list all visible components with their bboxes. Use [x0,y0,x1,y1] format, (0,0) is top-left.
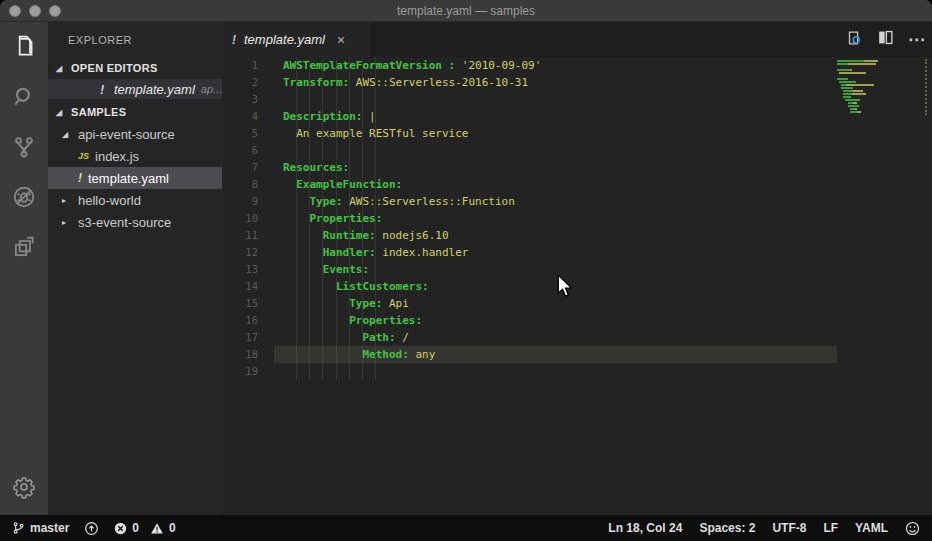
overview-ruler [925,59,927,115]
minimap-token [853,102,857,104]
yaml-value-token: AWS::Serverless::Function [343,195,515,208]
line-number: 17 [222,329,258,346]
sidebar-title: EXPLORER [48,22,222,57]
tree-item-template-yaml[interactable]: ! template.yaml [48,167,222,189]
code-line[interactable]: AWSTemplateFormatVersion : '2010-09-09' [283,57,837,74]
yaml-key-token: Runtime: [323,229,376,242]
tree-item-api-event-source[interactable]: ◢ api-event-source [48,123,222,145]
tree-item-hello-world[interactable]: ▸ hello-world [48,189,222,211]
modified-file-icon: ! [232,33,236,47]
code-line[interactable]: Handler: index.handler [283,244,837,261]
open-editor-path-detail: ap... [201,83,222,95]
minimize-window-icon[interactable] [29,5,41,17]
minimap[interactable] [837,60,917,117]
status-bar: master 0 0 Ln 18, Col 24 Spaces: 2 UTF-8… [0,515,932,541]
close-tab-icon[interactable]: × [337,32,345,48]
explorer-icon[interactable] [0,22,48,72]
line-number: 18 [222,346,258,363]
samples-section-header[interactable]: ◢ SAMPLES [48,101,222,123]
code-line[interactable]: ExampleFunction: [283,176,837,193]
minimap-token [855,108,857,110]
minimap-token [837,99,845,101]
minimap-token [850,111,857,113]
code-line[interactable]: Description: | [283,108,837,125]
vscode-window: template.yaml — samples [0,0,932,541]
open-preview-icon[interactable] [845,29,863,51]
whitespace-token [283,246,323,259]
yaml-value-token: Api [382,297,409,310]
minimap-token [846,84,873,86]
activity-bar [0,22,48,515]
error-count: 0 [132,521,139,535]
line-number: 14 [222,278,258,295]
eol-setting[interactable]: LF [823,521,838,535]
code-line[interactable]: Properties: [283,210,837,227]
line-number: 4 [222,108,258,125]
code-line[interactable]: Properties: [283,312,837,329]
whitespace-token [283,263,323,276]
indentation-setting[interactable]: Spaces: 2 [699,521,755,535]
more-actions-icon[interactable]: ⋯ [908,29,926,50]
zoom-window-icon[interactable] [49,5,61,17]
open-editor-item-template-yaml[interactable]: ! template.yaml ap... [48,79,222,99]
problems-status[interactable]: 0 0 [114,521,175,535]
source-control-icon[interactable] [0,122,48,172]
cursor-position[interactable]: Ln 18, Col 24 [608,521,682,535]
open-editors-label: OPEN EDITORS [71,62,158,74]
code-line[interactable] [283,363,837,380]
tree-item-index-js[interactable]: JS index.js [48,145,222,167]
line-number: 5 [222,125,258,142]
minimap-token [857,111,861,113]
line-number: 6 [222,142,258,159]
code-line[interactable]: Path: / [283,329,837,346]
line-number: 1 [222,57,258,74]
tab-template-yaml[interactable]: ! template.yaml × [222,22,372,57]
javascript-file-icon: JS [78,151,89,161]
encoding-setting[interactable]: UTF-8 [772,521,806,535]
extensions-icon[interactable] [0,222,48,272]
language-mode[interactable]: YAML [855,521,888,535]
line-number: 13 [222,261,258,278]
window-title: template.yaml — samples [0,0,932,22]
code-line[interactable]: Transform: AWS::Serverless-2016-10-31 [283,74,837,91]
minimap-token [837,105,848,107]
yaml-key-token: Resources: [283,161,349,174]
search-icon[interactable] [0,72,48,122]
open-editor-filename: template.yaml [114,82,195,97]
line-number: 7 [222,159,258,176]
minimap-token [837,60,864,62]
line-number: 11 [222,227,258,244]
split-editor-icon[interactable] [877,29,894,50]
code-line[interactable] [283,91,837,108]
yaml-value-token: An example RESTful service [296,127,468,140]
whitespace-token [283,212,310,225]
code-line[interactable]: Resources: [283,159,837,176]
debug-icon[interactable] [0,172,48,222]
yaml-key-token: Description: [283,110,362,123]
publish-changes-button[interactable] [84,521,99,536]
code-editor[interactable]: 12345678910111213141516171819 AWSTemplat… [222,57,932,515]
code-line[interactable]: Runtime: nodejs6.10 [283,227,837,244]
yaml-value-token: | [362,110,375,123]
close-window-icon[interactable] [9,5,21,17]
code-line[interactable]: Method: any [283,346,837,363]
whitespace-token [283,348,362,361]
tree-item-s3-event-source[interactable]: ▸ s3-event-source [48,211,222,233]
whitespace-token [283,229,323,242]
whitespace-token [283,195,310,208]
line-number: 15 [222,295,258,312]
minimap-token [848,63,876,65]
chevron-collapsed-icon: ▸ [62,196,72,205]
code-line[interactable]: An example RESTful service [283,125,837,142]
branch-name: master [30,521,69,535]
git-branch-status[interactable]: master [12,521,69,535]
minimap-token [837,63,848,65]
code-line[interactable] [283,142,837,159]
code-line[interactable]: Type: AWS::Serverless::Function [283,193,837,210]
warning-count: 0 [169,521,176,535]
settings-gear-icon[interactable] [0,467,48,507]
minimap-token [848,105,860,107]
folder-label: api-event-source [78,127,175,142]
open-editors-header[interactable]: ◢ OPEN EDITORS [48,57,222,79]
feedback-smiley-icon[interactable] [905,521,920,536]
